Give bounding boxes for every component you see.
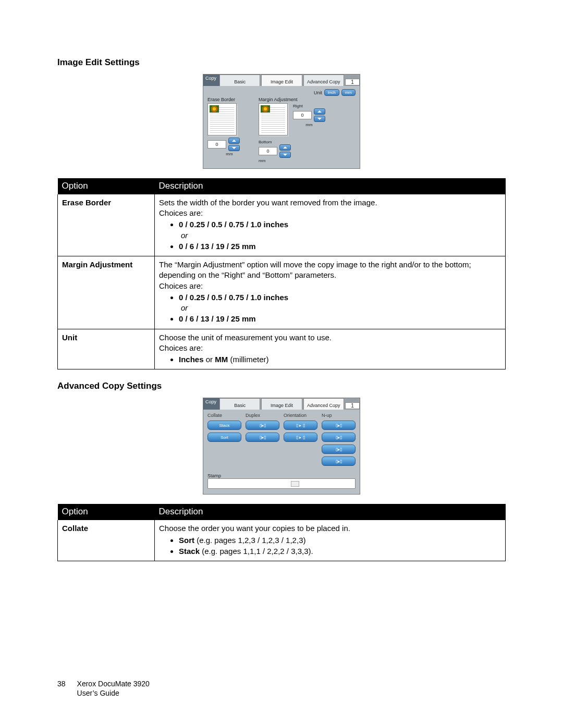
erase-border-unit: mm bbox=[207, 152, 251, 156]
collate-stack-button[interactable]: Stack bbox=[207, 421, 241, 430]
erase-border-label: Erase Border bbox=[207, 97, 251, 102]
tab-advanced-copy[interactable]: Advanced Copy bbox=[303, 398, 344, 410]
option-collate: Collate bbox=[58, 520, 155, 561]
section-heading-image-edit: Image Edit Settings bbox=[57, 57, 506, 68]
description-collate: Choose the order you want your copies to… bbox=[155, 520, 506, 561]
margin-adjustment-label: Margin Adjustment bbox=[259, 97, 356, 102]
unit-label: Unit bbox=[314, 90, 322, 95]
table-row: Erase Border Sets the width of the borde… bbox=[58, 194, 506, 256]
page-number: 38 bbox=[57, 679, 66, 698]
margin-adjustment-preview bbox=[259, 103, 288, 135]
table-row: Margin Adjustment The “Margin Adjustment… bbox=[58, 256, 506, 329]
panel-title: Copy bbox=[203, 398, 219, 410]
description-margin-adjustment: The “Margin Adjustment” option will move… bbox=[155, 256, 506, 329]
collate-header: Collate bbox=[207, 413, 241, 418]
footer-line-2: User’s Guide bbox=[77, 689, 119, 697]
erase-border-up[interactable] bbox=[228, 138, 240, 144]
th-description: Description bbox=[155, 178, 506, 194]
section-heading-advanced-copy: Advanced Copy Settings bbox=[57, 381, 506, 391]
copies-label: Copies bbox=[345, 75, 360, 79]
margin-bottom-down[interactable] bbox=[279, 152, 291, 158]
nup-header: N-up bbox=[322, 413, 356, 418]
table-row: Collate Choose the order you want your c… bbox=[58, 520, 506, 561]
advanced-copy-panel-figure: Copy Basic Image Edit Advanced Copy Copi… bbox=[57, 398, 506, 495]
image-edit-panel-figure: Copy Basic Image Edit Advanced Copy Copi… bbox=[57, 74, 506, 169]
option-margin-adjustment: Margin Adjustment bbox=[58, 256, 155, 329]
stamp-label: Stamp bbox=[207, 473, 356, 478]
nup-option-1[interactable]: ▯▸▯ bbox=[322, 421, 356, 430]
unit-mm-button[interactable]: mm bbox=[341, 89, 356, 96]
footer-line-1: Xerox DocuMate 3920 bbox=[77, 680, 150, 688]
advanced-copy-settings-table: Option Description Collate Choose the or… bbox=[57, 504, 506, 561]
margin-right-value[interactable]: 0 bbox=[293, 111, 312, 119]
erase-border-preview bbox=[207, 103, 237, 135]
orientation-header: Orientation bbox=[284, 413, 317, 418]
bottom-label: Bottom bbox=[259, 140, 356, 144]
th-option: Option bbox=[58, 504, 155, 520]
tab-image-edit[interactable]: Image Edit bbox=[261, 398, 302, 410]
copies-value[interactable]: 1 bbox=[345, 402, 360, 409]
nup-option-3[interactable]: ▯▸▯ bbox=[322, 445, 356, 454]
collate-sort-button[interactable]: Sort bbox=[207, 433, 241, 442]
right-label: Right bbox=[293, 104, 325, 108]
description-erase-border: Sets the width of the border you want re… bbox=[155, 194, 506, 256]
margin-right-up[interactable] bbox=[314, 108, 325, 115]
page-footer: 38 Xerox DocuMate 3920 User’s Guide bbox=[57, 679, 150, 698]
margin-bottom-value[interactable]: 0 bbox=[259, 147, 277, 155]
nup-option-4[interactable]: ▯▸▯ bbox=[322, 456, 356, 466]
image-edit-settings-table: Option Description Erase Border Sets the… bbox=[57, 178, 506, 369]
tab-basic[interactable]: Basic bbox=[219, 398, 260, 410]
duplex-header: Duplex bbox=[246, 413, 279, 418]
option-unit: Unit bbox=[58, 329, 155, 369]
orientation-option-2[interactable]: ▯ ▸ ▯ bbox=[284, 433, 317, 442]
nup-option-2[interactable]: ▯▸▯ bbox=[322, 433, 356, 442]
erase-border-down[interactable] bbox=[228, 145, 240, 151]
margin-bottom-unit: mm bbox=[259, 158, 276, 163]
tab-image-edit[interactable]: Image Edit bbox=[261, 75, 302, 86]
copies-label: Copies bbox=[345, 398, 360, 402]
copies-value[interactable]: 1 bbox=[345, 79, 360, 85]
tab-basic[interactable]: Basic bbox=[219, 75, 260, 86]
th-description: Description bbox=[155, 504, 506, 520]
description-unit: Choose the unit of measurement you want … bbox=[155, 329, 506, 369]
stamp-input[interactable] bbox=[207, 478, 356, 489]
orientation-option-1[interactable]: ▯ ▸ ▯ bbox=[284, 421, 317, 430]
panel-title: Copy bbox=[203, 75, 219, 86]
erase-border-value[interactable]: 0 bbox=[207, 140, 226, 149]
option-erase-border: Erase Border bbox=[58, 194, 155, 256]
th-option: Option bbox=[58, 178, 155, 194]
margin-bottom-up[interactable] bbox=[279, 144, 291, 151]
unit-inch-button[interactable]: inch bbox=[324, 89, 339, 96]
margin-right-unit: mm bbox=[293, 122, 325, 127]
table-row: Unit Choose the unit of measurement you … bbox=[58, 329, 506, 369]
duplex-option-1[interactable]: ▯▸▯ bbox=[246, 421, 279, 430]
duplex-option-2[interactable]: ▯▸▯ bbox=[246, 433, 279, 442]
tab-advanced-copy[interactable]: Advanced Copy bbox=[303, 75, 344, 86]
margin-right-down[interactable] bbox=[314, 116, 325, 122]
